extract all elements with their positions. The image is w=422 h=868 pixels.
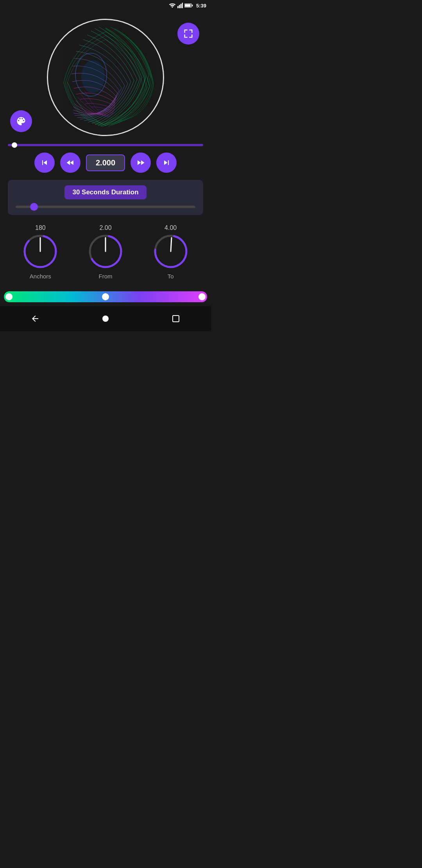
svg-point-19 — [102, 316, 109, 322]
status-bar: 5:39 — [0, 0, 211, 11]
progress-bar[interactable] — [8, 144, 203, 146]
svg-rect-6 — [192, 5, 193, 6]
from-knob-item: 2.00 From — [73, 224, 138, 280]
knobs-section: 180 Anchors 2.00 From 4.00 — [0, 218, 211, 283]
to-label: To — [168, 273, 174, 280]
anchors-label: Anchors — [30, 273, 51, 280]
svg-rect-3 — [182, 3, 183, 8]
skip-back-icon — [40, 158, 49, 167]
svg-rect-20 — [173, 316, 179, 322]
recents-nav-button[interactable] — [169, 312, 183, 326]
skip-forward-icon — [162, 158, 171, 167]
color-gradient-bar[interactable] — [4, 291, 207, 302]
duration-thumb[interactable] — [30, 203, 38, 211]
home-nav-button[interactable] — [98, 312, 113, 326]
duration-label-container: 30 Seconds Duration — [16, 185, 195, 199]
visualization-container — [0, 15, 211, 140]
palette-button[interactable] — [10, 110, 32, 132]
from-knob[interactable] — [88, 234, 123, 269]
wifi-icon — [169, 3, 176, 8]
gradient-thumb-left[interactable] — [5, 293, 13, 300]
back-nav-button[interactable] — [28, 312, 42, 326]
expand-icon — [183, 28, 194, 39]
skip-back-button[interactable] — [34, 152, 55, 173]
fast-forward-button[interactable] — [131, 152, 151, 173]
from-label: From — [99, 273, 113, 280]
nav-bar — [0, 306, 211, 331]
back-nav-icon — [30, 314, 40, 323]
status-time: 5:39 — [196, 3, 206, 9]
recents-nav-icon — [171, 314, 181, 323]
svg-rect-0 — [177, 6, 179, 8]
svg-rect-5 — [185, 4, 191, 7]
gradient-thumb-right[interactable] — [198, 293, 206, 300]
svg-point-9 — [81, 60, 105, 93]
home-nav-icon — [101, 314, 110, 323]
from-value: 2.00 — [99, 224, 111, 231]
duration-slider[interactable] — [16, 206, 195, 208]
battery-icon — [184, 3, 193, 8]
to-value: 4.00 — [165, 224, 177, 231]
duration-badge: 30 Seconds Duration — [64, 185, 146, 199]
spirograph-svg — [48, 20, 163, 135]
expand-button[interactable] — [177, 23, 199, 45]
to-knob[interactable] — [153, 234, 188, 269]
main-content: 2.000 30 Seconds Duration 180 — [0, 11, 211, 302]
progress-thumb[interactable] — [12, 142, 17, 148]
duration-panel: 30 Seconds Duration — [8, 180, 203, 215]
to-knob-item: 4.00 To — [138, 224, 203, 280]
progress-bar-container — [0, 140, 211, 149]
svg-line-18 — [171, 238, 172, 251]
svg-rect-2 — [181, 4, 182, 8]
svg-rect-1 — [179, 5, 180, 8]
spirograph-display — [47, 19, 164, 136]
rewind-icon — [66, 158, 75, 167]
palette-icon — [16, 116, 27, 127]
gradient-thumb-mid[interactable] — [102, 293, 109, 300]
transport-controls: 2.000 — [0, 149, 211, 177]
status-icons — [169, 3, 193, 8]
anchors-value: 180 — [35, 224, 46, 231]
speed-display[interactable]: 2.000 — [86, 154, 125, 171]
fast-forward-icon — [136, 158, 145, 167]
anchors-knob[interactable] — [23, 234, 58, 269]
rewind-button[interactable] — [60, 152, 80, 173]
signal-icon — [177, 3, 183, 8]
anchors-knob-item: 180 Anchors — [8, 224, 73, 280]
skip-forward-button[interactable] — [156, 152, 177, 173]
